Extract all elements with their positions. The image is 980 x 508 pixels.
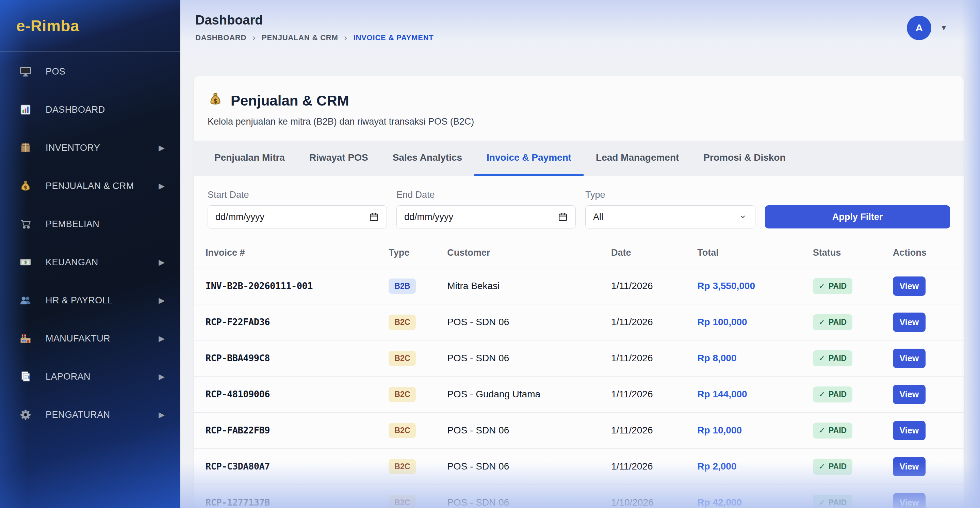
sidebar-item-label: PENJUALAN & CRM — [46, 181, 134, 191]
view-button[interactable]: View — [893, 457, 926, 476]
invoice-date: 1/11/2026 — [611, 412, 697, 448]
type-badge: B2C — [388, 495, 416, 508]
right-edge-gradient — [961, 0, 980, 508]
chevron-right-icon: › — [253, 33, 256, 43]
submenu-arrow-icon: ▶ — [159, 182, 165, 191]
bar-chart-icon — [18, 102, 33, 117]
card-subtitle: Kelola penjualan ke mitra (B2B) dan riwa… — [208, 116, 950, 127]
invoice-total: Rp 3,550,000 — [697, 280, 755, 291]
type-select[interactable]: All — [585, 205, 756, 228]
view-button[interactable]: View — [893, 277, 926, 296]
type-badge: B2C — [388, 351, 416, 366]
status-label: PAID — [829, 426, 846, 435]
status-label: PAID — [829, 390, 846, 399]
status-badge: ✓PAID — [813, 422, 853, 438]
view-button[interactable]: View — [893, 385, 926, 404]
status-label: PAID — [829, 318, 846, 327]
sidebar-item-label: KEUANGAN — [46, 257, 98, 268]
svg-text:$: $ — [24, 260, 27, 264]
start-date-value: dd/mm/yyyy — [215, 212, 264, 222]
sidebar-item-pembelian[interactable]: PEMBELIAN — [0, 205, 180, 243]
tab-promosi-diskon[interactable]: Promosi & Diskon — [691, 141, 798, 176]
view-button[interactable]: View — [893, 493, 926, 508]
sidebar-item-penjualan-crm[interactable]: $PENJUALAN & CRM▶ — [0, 167, 180, 205]
start-date-field: Start Date dd/mm/yyyy — [208, 190, 387, 228]
check-icon: ✓ — [819, 390, 825, 399]
svg-text:$: $ — [24, 185, 27, 191]
tab-bar: Penjualan MitraRiwayat POSSales Analytic… — [194, 141, 964, 176]
calendar-icon[interactable] — [558, 212, 568, 222]
document-icon — [18, 369, 33, 384]
customer-name: POS - SDN 06 — [447, 304, 611, 340]
sidebar-item-dashboard[interactable]: DASHBOARD — [0, 91, 180, 129]
status-label: PAID — [829, 462, 846, 471]
view-button[interactable]: View — [893, 312, 926, 332]
app-window: e-Rimba POSDASHBOARDINVENTORY▶$PENJUALAN… — [0, 0, 980, 508]
factory-icon — [18, 331, 33, 346]
type-badge: B2C — [388, 315, 416, 330]
invoice-date: 1/11/2026 — [611, 448, 697, 484]
calendar-icon[interactable] — [369, 212, 379, 222]
status-badge: ✓PAID — [813, 387, 853, 403]
tab-penjualan-mitra[interactable]: Penjualan Mitra — [202, 141, 297, 176]
invoice-number: RCP-C3DA80A7 — [205, 461, 270, 471]
check-icon: ✓ — [819, 462, 825, 471]
table-row: RCP-BBA499C8B2CPOS - SDN 061/11/2026Rp 8… — [194, 340, 964, 376]
check-icon: ✓ — [819, 498, 825, 507]
submenu-arrow-icon: ▶ — [159, 258, 165, 267]
table-row: RCP-F22FAD36B2CPOS - SDN 061/11/2026Rp 1… — [194, 304, 964, 340]
sidebar-item-manufaktur[interactable]: MANUFAKTUR▶ — [0, 319, 180, 358]
invoice-date: 1/11/2026 — [611, 304, 697, 340]
table-row: INV-B2B-20260111-001B2BMitra Bekasi1/11/… — [194, 268, 964, 304]
invoice-number: RCP-1277137B — [205, 497, 270, 508]
chevron-down-icon — [738, 212, 748, 221]
invoice-date: 1/11/2026 — [611, 340, 697, 376]
tab-sales-analytics[interactable]: Sales Analytics — [380, 141, 474, 176]
card-header: $ Penjualan & CRM Kelola penjualan ke mi… — [194, 76, 964, 141]
sidebar-item-inventory[interactable]: INVENTORY▶ — [0, 129, 180, 167]
breadcrumb-item-penjualan-crm[interactable]: PENJUALAN & CRM — [262, 33, 338, 42]
end-date-input[interactable]: dd/mm/yyyy — [396, 205, 576, 228]
sidebar-item-hr-payroll[interactable]: HR & PAYROLL▶ — [0, 281, 180, 319]
submenu-arrow-icon: ▶ — [159, 372, 165, 381]
invoice-total: Rp 100,000 — [697, 317, 747, 327]
content-card: $ Penjualan & CRM Kelola penjualan ke mi… — [194, 76, 964, 508]
col-invoice: Invoice # — [194, 239, 388, 268]
view-button[interactable]: View — [893, 349, 926, 368]
check-icon: ✓ — [819, 426, 825, 435]
banknote-icon: $ — [18, 255, 33, 270]
view-button[interactable]: View — [893, 421, 926, 440]
tab-riwayat-pos[interactable]: Riwayat POS — [297, 141, 380, 176]
submenu-arrow-icon: ▶ — [159, 143, 165, 153]
tab-lead-management[interactable]: Lead Management — [584, 141, 691, 176]
avatar[interactable]: A — [907, 16, 931, 40]
breadcrumb-item-dashboard[interactable]: DASHBOARD — [195, 33, 247, 42]
status-badge: ✓PAID — [813, 495, 853, 508]
package-icon — [18, 140, 33, 155]
sidebar-item-pengaturan[interactable]: PENGATURAN▶ — [0, 396, 180, 434]
tab-invoice-payment[interactable]: Invoice & Payment — [474, 141, 584, 176]
type-select-value: All — [593, 212, 603, 222]
table-row: RCP-C3DA80A7B2CPOS - SDN 061/11/2026Rp 2… — [194, 448, 964, 484]
customer-name: POS - SDN 06 — [447, 484, 611, 508]
main-area: Dashboard DASHBOARD › PENJUALAN & CRM › … — [180, 0, 980, 508]
people-icon — [18, 293, 33, 308]
user-menu[interactable]: A ▼ — [907, 16, 947, 40]
col-status: Status — [813, 239, 893, 268]
caret-down-icon[interactable]: ▼ — [940, 24, 947, 32]
invoice-number: RCP-48109006 — [205, 389, 270, 400]
col-total: Total — [697, 239, 813, 268]
start-date-input[interactable]: dd/mm/yyyy — [208, 205, 387, 228]
chevron-right-icon: › — [344, 33, 347, 43]
topbar-titles: Dashboard DASHBOARD › PENJUALAN & CRM › … — [195, 10, 434, 43]
table-row: RCP-1277137BB2CPOS - SDN 061/10/2026Rp 4… — [194, 484, 964, 508]
submenu-arrow-icon: ▶ — [159, 296, 165, 305]
status-badge: ✓PAID — [813, 350, 853, 366]
sidebar-item-laporan[interactable]: LAPORAN▶ — [0, 358, 180, 396]
type-badge: B2B — [388, 279, 416, 294]
sidebar-item-pos[interactable]: POS — [0, 53, 180, 91]
apply-filter-button[interactable]: Apply Filter — [765, 205, 950, 228]
sidebar-item-keuangan[interactable]: $KEUANGAN▶ — [0, 243, 180, 281]
sidebar-item-label: POS — [46, 66, 65, 77]
card-title: $ Penjualan & CRM — [208, 91, 950, 110]
